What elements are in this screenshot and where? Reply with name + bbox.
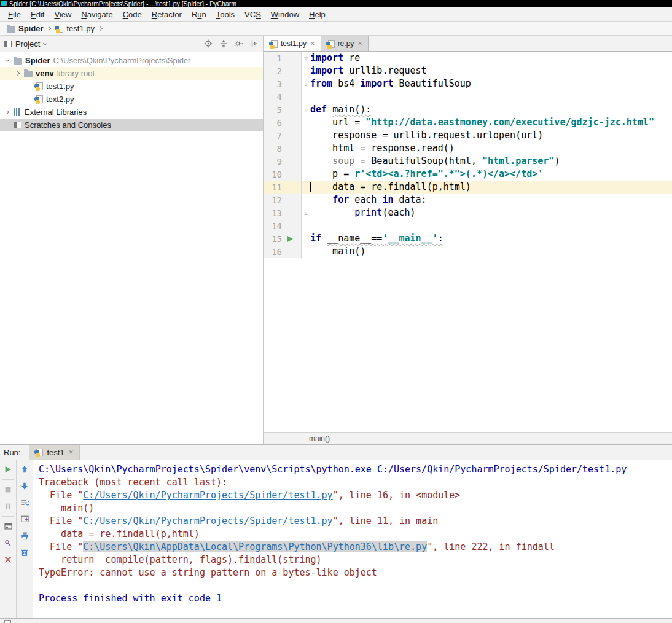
- line-number: 11: [264, 182, 282, 192]
- menu-refactor[interactable]: Refactor: [147, 8, 187, 21]
- code-line-text[interactable]: def main():: [310, 103, 371, 116]
- breadcrumb-function[interactable]: main(): [309, 434, 330, 443]
- code-line-12[interactable]: 12 for each in data:: [264, 194, 672, 206]
- tree-item-test1-py[interactable]: test1.py: [0, 80, 263, 93]
- code-line-5[interactable]: 5▿def main():: [264, 103, 672, 116]
- fold-marker-slot[interactable]: ▿: [302, 103, 310, 116]
- code-line-15[interactable]: 15if __name__=='__main__':: [264, 232, 672, 245]
- locate-icon[interactable]: [203, 39, 213, 49]
- code-line-text[interactable]: from bs4 import BeautifulSoup: [310, 77, 471, 90]
- project-panel-title[interactable]: Project: [15, 39, 40, 49]
- rerun-button[interactable]: [3, 464, 13, 474]
- code-token: bs4: [332, 78, 360, 89]
- code-line-7[interactable]: 7 response = urllib.request.urlopen(url): [264, 129, 672, 142]
- code-line-text[interactable]: print(each): [310, 206, 416, 219]
- tree-item-external-libraries[interactable]: External Libraries: [0, 106, 263, 119]
- code-line-2[interactable]: 2import urllib.request: [264, 65, 672, 77]
- code-line-text[interactable]: response = urllib.request.urlopen(url): [310, 129, 543, 142]
- fold-marker-slot[interactable]: ▵: [302, 77, 310, 90]
- stop-button[interactable]: [3, 485, 13, 495]
- console-line: Traceback (most recent call last):: [39, 476, 672, 489]
- code-line-text[interactable]: import re: [310, 52, 360, 65]
- down-stack-button[interactable]: [20, 481, 29, 491]
- tree-item-spider[interactable]: SpiderC:\Users\Qkin\PycharmProjects\Spid…: [0, 54, 263, 67]
- fold-marker-slot[interactable]: ▿: [302, 52, 310, 65]
- stacktrace-link[interactable]: C:/Users/Qkin/PycharmProjects/Spider/tes…: [83, 515, 332, 527]
- tab-repy[interactable]: re.py ×: [321, 36, 369, 51]
- tree-item-label: test1.py: [46, 82, 74, 91]
- clear-all-button[interactable]: [20, 547, 29, 557]
- chevron-right-icon[interactable]: [15, 71, 20, 76]
- fold-marker-slot[interactable]: ▵: [302, 206, 310, 219]
- close-button[interactable]: [3, 555, 13, 565]
- pin-tab-button[interactable]: [3, 538, 13, 548]
- code-token: import: [360, 78, 393, 89]
- code-line-9[interactable]: 9 soup = BeautifulSoup(html, "html.parse…: [264, 155, 672, 168]
- code-line-10[interactable]: 10 p = r'<td><a.?href=".*">(.*)</a></td>…: [264, 168, 672, 181]
- stacktrace-link[interactable]: C:/Users/Qkin/PycharmProjects/Spider/tes…: [83, 490, 332, 501]
- console-settings-button[interactable]: [20, 498, 29, 507]
- code-line-6[interactable]: 6 url = "http://data.eastmoney.com/execu…: [264, 116, 672, 129]
- menu-view[interactable]: View: [49, 8, 76, 21]
- tree-item-scratches-and-consoles[interactable]: Scratches and Consoles: [0, 119, 263, 131]
- code-line-text[interactable]: p = r'<td><a.?href=".*">(.*)</a></td>': [310, 168, 543, 181]
- code-line-text[interactable]: import urllib.request: [310, 65, 427, 77]
- chevron-down-icon[interactable]: [5, 58, 9, 62]
- python-file-icon: [36, 449, 43, 456]
- run-line-icon[interactable]: [287, 236, 293, 242]
- stacktrace-link[interactable]: C:\Users\Qkin\AppData\Local\Programs\Pyt…: [83, 541, 427, 552]
- run-console[interactable]: C:\Users\Qkin\PycharmProjects\Spider\ven…: [33, 460, 672, 618]
- fold-marker-slot: [302, 142, 310, 155]
- menu-tools[interactable]: Tools: [211, 8, 240, 21]
- code-line-text[interactable]: soup = BeautifulSoup(html, "html.parser"…: [310, 155, 560, 168]
- folder-icon: [7, 26, 15, 33]
- up-stack-button[interactable]: [20, 464, 29, 474]
- menu-window[interactable]: Window: [266, 8, 304, 21]
- code-line-8[interactable]: 8 html = response.read(): [264, 142, 672, 155]
- breadcrumb-item-spider[interactable]: Spider: [5, 24, 45, 33]
- menu-run[interactable]: Run: [187, 8, 211, 21]
- code-line-text[interactable]: for each in data:: [310, 194, 427, 206]
- menu-code[interactable]: Code: [118, 8, 147, 21]
- pycharm-logo-icon: [1, 1, 7, 6]
- print-button[interactable]: [20, 531, 29, 541]
- code-line-4[interactable]: 4: [264, 90, 672, 103]
- tree-item-text2-py[interactable]: text2.py: [0, 93, 263, 106]
- close-icon[interactable]: ×: [68, 449, 74, 455]
- menu-file[interactable]: File: [3, 8, 26, 21]
- code-editor[interactable]: 1▿import re2import urllib.request3▵from …: [264, 52, 672, 432]
- tree-item-venv[interactable]: venvlibrary root: [0, 67, 263, 80]
- scroll-to-end-button[interactable]: [20, 514, 29, 524]
- code-line-text[interactable]: data = re.findall(p,html): [310, 181, 471, 194]
- editor-gutter: 15: [264, 232, 302, 245]
- code-line-text[interactable]: url = "http://data.eastmoney.com/executi…: [310, 116, 654, 129]
- code-token: [310, 155, 332, 167]
- code-line-3[interactable]: 3▵from bs4 import BeautifulSoup: [264, 77, 672, 90]
- run-tab-test1[interactable]: test1 ×: [29, 445, 80, 460]
- settings-gear-icon[interactable]: [234, 39, 244, 49]
- code-line-14[interactable]: 14: [264, 219, 672, 232]
- menu-navigate[interactable]: Navigate: [76, 8, 117, 21]
- tab-test1py[interactable]: test1.py ×: [264, 36, 321, 51]
- code-line-text[interactable]: if __name__=='__main__':: [310, 232, 443, 245]
- menu-vcs[interactable]: VCS: [240, 8, 266, 21]
- restore-layout-button[interactable]: [3, 522, 13, 531]
- chevron-down-icon[interactable]: [43, 41, 47, 45]
- hide-panel-icon[interactable]: [249, 39, 259, 49]
- breadcrumb-item-test1-py[interactable]: test1.py: [53, 24, 96, 33]
- code-line-text[interactable]: html = response.read(): [310, 142, 455, 155]
- close-icon[interactable]: ×: [310, 41, 316, 47]
- close-icon[interactable]: ×: [357, 41, 363, 47]
- code-line-text[interactable]: main(): [310, 245, 365, 258]
- chevron-right-icon[interactable]: [5, 110, 9, 114]
- code-line-11[interactable]: 11 data = re.findall(p,html): [264, 181, 672, 194]
- menu-edit[interactable]: Edit: [26, 8, 49, 21]
- toolwindow-switcher-icon[interactable]: [4, 620, 11, 623]
- code-line-13[interactable]: 13▵ print(each): [264, 206, 672, 219]
- pause-button[interactable]: [3, 501, 13, 511]
- code-line-1[interactable]: 1▿import re: [264, 52, 672, 65]
- collapse-all-icon[interactable]: [219, 39, 229, 49]
- editor-bottom-breadcrumb[interactable]: main(): [264, 432, 672, 444]
- code-line-16[interactable]: 16 main(): [264, 245, 672, 258]
- menu-help[interactable]: Help: [304, 8, 330, 21]
